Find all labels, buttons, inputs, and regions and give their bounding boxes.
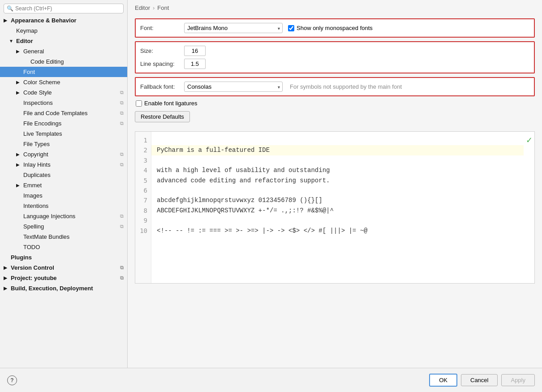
footer-left: ?: [7, 375, 426, 385]
sidebar-item-images[interactable]: Images: [0, 190, 127, 201]
fallback-font-select[interactable]: Consolas: [184, 82, 283, 92]
sidebar-item-file-encodings[interactable]: File Encodings ⧉: [0, 118, 127, 129]
fallback-font-row-group: Fallback font: Consolas ▾ For symbols no…: [135, 77, 535, 96]
sidebar-item-inlay-hints[interactable]: ▶ Inlay Hints ⧉: [0, 159, 127, 170]
copy-icon: ⧉: [120, 265, 124, 271]
preview-code: PyCharm is a full-featured IDE with a hi…: [151, 132, 524, 283]
chevron-down-icon: ▼: [9, 39, 14, 43]
line-number: 4: [139, 165, 147, 175]
fallback-font-row: Fallback font: Consolas ▾ For symbols no…: [140, 82, 402, 92]
copy-icon: ⧉: [120, 100, 124, 106]
search-icon: 🔍: [7, 5, 13, 12]
size-spacing-row-group: Size: Line spacing:: [135, 41, 535, 73]
sidebar-item-keymap[interactable]: Keymap: [0, 26, 127, 36]
line-spacing-row: Line spacing:: [140, 59, 206, 69]
checkmark-area: ✓: [524, 132, 534, 283]
dialog-footer: ? OK Cancel Apply: [0, 368, 542, 392]
sidebar-item-font[interactable]: Font: [0, 67, 127, 77]
breadcrumb-separator: ›: [153, 4, 155, 11]
sidebar-item-file-types[interactable]: File Types: [0, 139, 127, 149]
sidebar-item-general[interactable]: ▶ General: [0, 46, 127, 56]
copy-icon: ⧉: [120, 121, 124, 126]
ligatures-checkbox-label[interactable]: Enable font ligatures: [136, 100, 198, 107]
preview-line-1: PyCharm is a full-featured IDE: [151, 145, 524, 155]
sidebar-item-language-injections[interactable]: Language Injections ⧉: [0, 211, 127, 221]
sidebar-item-code-editing[interactable]: Code Editing: [0, 56, 127, 67]
sidebar-item-editor[interactable]: ▼ Editor: [0, 36, 127, 46]
font-label: Font:: [140, 25, 181, 31]
search-box[interactable]: 🔍: [4, 4, 124, 13]
sidebar-item-todo[interactable]: TODO: [0, 242, 127, 252]
sidebar-item-plugins[interactable]: Plugins: [0, 252, 127, 263]
sidebar-item-emmet[interactable]: ▶ Emmet: [0, 180, 127, 190]
sidebar: 🔍 ▶ Appearance & Behavior Keymap ▼ Edito…: [0, 0, 128, 368]
settings-area: Font: JetBrains Mono ▾ Show only monospa…: [128, 15, 542, 368]
breadcrumb: Editor › Font: [128, 0, 542, 15]
copy-icon: ⧉: [120, 275, 124, 281]
dialog-body: 🔍 ▶ Appearance & Behavior Keymap ▼ Edito…: [0, 0, 542, 368]
font-row-group: Font: JetBrains Mono ▾ Show only monospa…: [135, 18, 535, 38]
cancel-button[interactable]: Cancel: [461, 374, 498, 386]
sidebar-item-spelling[interactable]: Spelling ⧉: [0, 221, 127, 232]
line-number: 6: [139, 185, 147, 195]
help-button[interactable]: ?: [7, 375, 17, 385]
fallback-hint: For symbols not supported by the main fo…: [290, 83, 402, 90]
copy-icon: ⧉: [120, 90, 124, 95]
sidebar-item-code-style[interactable]: ▶ Code Style ⧉: [0, 87, 127, 98]
sidebar-item-appearance[interactable]: ▶ Appearance & Behavior: [0, 15, 127, 26]
apply-button[interactable]: Apply: [501, 374, 535, 386]
line-number: 8: [139, 206, 147, 215]
fallback-font-select-wrapper: Consolas ▾: [184, 82, 283, 92]
preview-line-3: advanced code editing and refactoring su…: [157, 177, 330, 184]
sidebar-item-duplicates[interactable]: Duplicates: [0, 170, 127, 180]
show-monospaced-checkbox[interactable]: [288, 25, 294, 31]
sidebar-item-color-scheme[interactable]: ▶ Color Scheme: [0, 77, 127, 87]
main-content: Editor › Font Font: JetBrains Mono ▾: [128, 0, 542, 368]
line-number: 2: [139, 145, 147, 155]
sidebar-item-copyright[interactable]: ▶ Copyright ⧉: [0, 149, 127, 159]
size-row: Size:: [140, 46, 206, 56]
line-number: 7: [139, 195, 147, 205]
sidebar-item-live-templates[interactable]: Live Templates: [0, 129, 127, 139]
copy-icon: ⧉: [120, 224, 124, 229]
preview-line-5: abcdefghijklmnopqrstuvwxyz 0123456789 ()…: [157, 197, 323, 204]
settings-dialog: 🔍 ▶ Appearance & Behavior Keymap ▼ Edito…: [0, 0, 542, 392]
font-select[interactable]: JetBrains Mono: [184, 23, 283, 33]
copy-icon: ⧉: [120, 110, 124, 116]
checkmark-icon: ✓: [526, 135, 533, 283]
line-number: 9: [139, 215, 147, 225]
fallback-font-label: Fallback font:: [140, 83, 181, 90]
chevron-icon: ▶: [4, 18, 9, 23]
copy-icon: ⧉: [120, 213, 124, 219]
size-input[interactable]: [184, 46, 206, 56]
copy-icon: ⧉: [120, 151, 124, 157]
ligatures-label: Enable font ligatures: [144, 100, 198, 107]
line-number: 10: [139, 226, 147, 236]
font-select-wrapper: JetBrains Mono ▾: [184, 23, 283, 33]
sidebar-item-intentions[interactable]: Intentions: [0, 201, 127, 211]
breadcrumb-current: Font: [157, 4, 169, 11]
line-spacing-input[interactable]: [184, 59, 206, 69]
line-number: 3: [139, 155, 147, 165]
preview-line-8: <!-- -- != := === >= >- >=> |-> -> <$> <…: [157, 227, 367, 234]
restore-defaults-button[interactable]: Restore Defaults: [135, 111, 190, 122]
ok-button[interactable]: OK: [429, 374, 457, 387]
sidebar-item-project-youtube[interactable]: ▶ Project: youtube ⧉: [0, 273, 127, 283]
preview-line-2: with a high level of usability and outst…: [157, 167, 330, 174]
search-input[interactable]: [15, 5, 120, 12]
sidebar-item-file-code-templates[interactable]: File and Code Templates ⧉: [0, 108, 127, 118]
sidebar-item-textmate-bundles[interactable]: TextMate Bundles: [0, 232, 127, 242]
show-monospaced-checkbox-label[interactable]: Show only monospaced fonts: [288, 25, 373, 31]
line-number: 1: [139, 135, 147, 145]
line-numbers: 1 2 3 4 5 6 7 8 9 10: [135, 132, 151, 283]
show-monospaced-label: Show only monospaced fonts: [297, 25, 373, 31]
copy-icon: ⧉: [120, 162, 124, 168]
size-label: Size:: [140, 47, 181, 54]
ligatures-row: Enable font ligatures: [135, 100, 535, 107]
sidebar-item-inspections[interactable]: Inspections ⧉: [0, 98, 127, 108]
line-number: 5: [139, 176, 147, 185]
sidebar-item-version-control[interactable]: ▶ Version Control ⧉: [0, 263, 127, 273]
sidebar-item-build-execution[interactable]: ▶ Build, Execution, Deployment: [0, 283, 127, 293]
font-row: Font: JetBrains Mono ▾: [140, 23, 283, 33]
ligatures-checkbox[interactable]: [136, 100, 142, 107]
